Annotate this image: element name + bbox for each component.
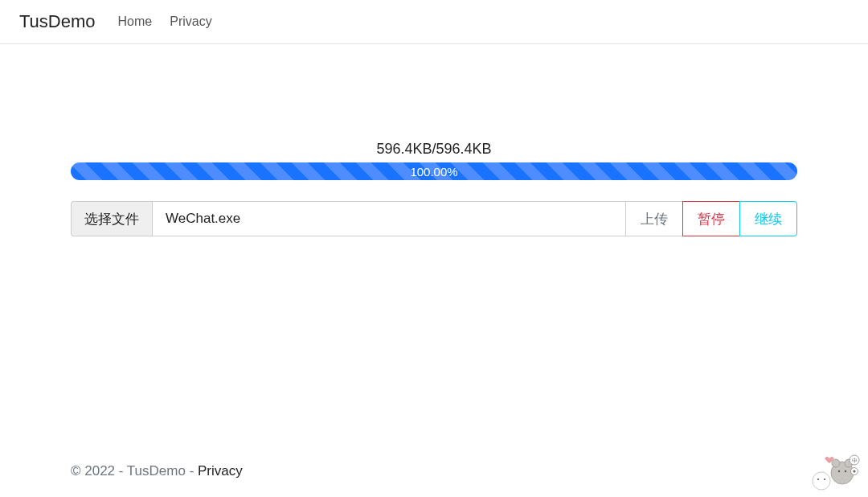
svg-point-11 xyxy=(853,470,855,472)
resume-button[interactable]: 继续 xyxy=(739,201,797,236)
navbar-brand[interactable]: TusDemo xyxy=(19,11,96,32)
svg-point-4 xyxy=(845,470,846,472)
svg-point-3 xyxy=(838,470,840,472)
progress-percent: 100.00% xyxy=(410,165,457,179)
footer: © 2022 - TusDemo - Privacy xyxy=(71,463,243,479)
navbar: TusDemo Home Privacy xyxy=(0,0,868,44)
pause-button[interactable]: 暂停 xyxy=(682,201,739,236)
svg-point-6 xyxy=(817,479,819,480)
nav-link-privacy[interactable]: Privacy xyxy=(170,14,211,29)
main-content: 596.4KB/596.4KB 100.00% 选择文件 WeChat.exe … xyxy=(0,44,868,236)
file-select-button[interactable]: 选择文件 xyxy=(71,201,152,236)
upload-status-text: 596.4KB/596.4KB xyxy=(71,141,797,158)
corner-decoration-icon: 中 xyxy=(804,450,862,491)
progress-bar: 100.00% xyxy=(71,162,797,180)
svg-point-7 xyxy=(824,479,825,480)
svg-point-5 xyxy=(813,472,830,490)
svg-point-1 xyxy=(832,459,840,467)
upload-button[interactable]: 上传 xyxy=(625,201,682,236)
nav-link-home[interactable]: Home xyxy=(118,14,153,29)
upload-row: 选择文件 WeChat.exe 上传 暂停 继续 xyxy=(71,201,797,236)
footer-privacy-link[interactable]: Privacy xyxy=(198,463,243,479)
svg-text:中: 中 xyxy=(852,458,858,463)
file-name-display: WeChat.exe xyxy=(152,201,625,236)
footer-copyright: © 2022 - TusDemo - xyxy=(71,463,198,479)
